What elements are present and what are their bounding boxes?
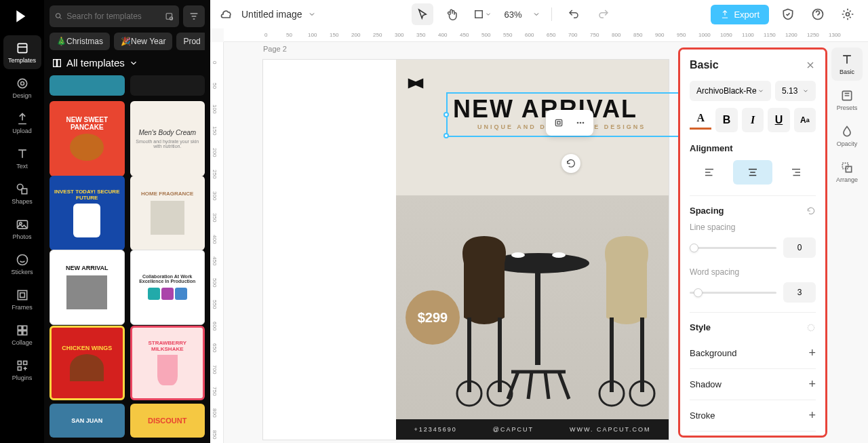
filter-button[interactable] [183,5,205,27]
image-search-icon[interactable] [165,11,174,22]
svg-rect-40 [557,121,560,124]
nav-photos[interactable]: Photos [3,212,41,246]
svg-rect-5 [22,189,26,194]
capcut-logo[interactable] [406,73,426,94]
search-input[interactable] [66,12,161,21]
align-left-button[interactable] [690,160,729,185]
nav-frames[interactable]: Frames [3,282,41,316]
text-color-button[interactable]: A [690,108,711,130]
nav-label: Collage [12,339,33,346]
template-thumb[interactable]: HOME FRAGRANCE [130,176,205,251]
search-box[interactable] [50,5,179,27]
close-icon [805,60,816,71]
chip-christmas[interactable]: 🎄Christmas [50,33,110,50]
stroke-section[interactable]: Stroke + [690,402,816,429]
tab-presets[interactable]: Presets [831,83,863,117]
nav-label: Upload [12,128,32,134]
undo-button[interactable] [563,3,585,25]
reset-icon[interactable] [806,206,816,216]
align-center-button[interactable] [733,160,772,185]
category-header[interactable]: All templates [50,57,205,69]
templates-icon [15,41,30,56]
resize-handle-left[interactable] [443,112,449,117]
line-spacing-label: Line spacing [690,223,816,232]
template-thumb[interactable] [50,75,125,96]
search-icon [55,12,62,21]
svg-rect-23 [58,59,61,66]
chip-newyear[interactable]: 🎉New Year [114,33,172,50]
template-thumb[interactable]: SAN JUAN [50,404,125,438]
canvas-footer[interactable]: +12345690 @CAPCUT WWW. CAPCUT.COM [396,419,669,440]
template-thumb[interactable]: NEW SWEET PANCAKE [50,101,125,176]
settings-button[interactable] [837,3,859,25]
template-thumb[interactable]: STRAWBERRY MILKSHAKE [130,326,205,401]
edit-group-button[interactable] [549,113,569,133]
template-thumb[interactable]: DISCOUNT [130,404,205,438]
template-thumb[interactable]: NEW ARRIVAL [50,250,125,325]
font-family-select[interactable]: ArchivoBlack-Re [690,81,771,101]
template-thumb[interactable] [130,75,205,96]
font-size-select[interactable]: 5.13 [775,81,816,101]
word-spacing-label: Word spacing [690,267,816,277]
canvas-page[interactable]: NEW ARRIVAL UNIQUE AND DISTINCTIVE DESIG… [263,60,669,440]
reset-icon[interactable] [806,323,816,332]
export-icon [720,9,730,19]
nav-text[interactable]: Text [3,141,41,175]
nav-upload[interactable]: Upload [3,106,41,140]
background-section[interactable]: Background + [690,339,816,367]
chip-prod[interactable]: Prod [176,33,205,50]
resize-handle-left-2[interactable] [443,133,449,138]
arrange-icon [840,161,854,174]
template-thumb[interactable]: Men's Body CreamSmooth and hydrate your … [130,101,205,176]
nav-collage[interactable]: Collage [3,317,41,351]
italic-button[interactable]: I [742,108,764,132]
text-case-button[interactable]: Aa [794,108,816,132]
presets-icon [840,89,854,102]
svg-rect-39 [555,119,561,126]
align-right-button[interactable] [776,160,816,185]
ruler-vertical: 0501001502002503003504004505005506006507… [210,42,224,443]
app-logo[interactable] [12,5,33,27]
glow-section[interactable]: Glow + [690,433,816,438]
nav-stickers[interactable]: Stickers [3,247,41,281]
svg-rect-17 [18,367,21,370]
export-button[interactable]: Export [711,5,769,24]
close-panel-button[interactable] [805,60,816,71]
svg-point-43 [583,122,585,124]
chevron-down-icon [485,11,492,18]
chevron-down-icon [757,88,764,94]
svg-rect-11 [18,326,22,330]
cursor-tool[interactable] [412,3,433,25]
more-button[interactable] [570,113,591,133]
shadow-section[interactable]: Shadow + [690,370,816,398]
template-thumb[interactable]: INVEST TODAY! SECURE FUTURE [50,176,125,251]
chevron-down-icon[interactable] [532,10,540,18]
price-badge[interactable]: $299 [406,290,460,345]
line-spacing-value[interactable]: 0 [783,237,816,258]
tab-arrange[interactable]: Arrange [831,155,863,189]
template-thumb[interactable]: CHICKEN WINGS [50,326,125,401]
hand-tool[interactable] [441,3,463,25]
crop-tool[interactable] [471,3,493,25]
word-spacing-value[interactable]: 3 [783,282,816,303]
shield-button[interactable] [777,3,799,25]
zoom-level[interactable]: 63% [501,9,524,20]
word-spacing-slider[interactable] [690,292,776,294]
nav-shapes[interactable]: Shapes [3,176,41,210]
nav-plugins[interactable]: Plugins [3,353,41,387]
nav-label: Design [12,92,31,99]
nav-design[interactable]: Design [3,71,41,104]
line-spacing-slider[interactable] [690,247,776,249]
tab-opacity[interactable]: Opacity [831,119,863,153]
nav-templates[interactable]: Templates [3,35,41,69]
bold-button[interactable]: B [715,108,737,132]
underline-button[interactable]: U [768,108,789,132]
tab-basic[interactable]: Basic [831,47,863,81]
redo-button[interactable] [593,3,614,25]
help-button[interactable] [807,3,829,25]
shapes-icon [15,182,30,197]
template-thumb[interactable]: Collaboration At Work Excellence In Prod… [130,250,205,325]
document-title[interactable]: Untitled image [241,9,316,20]
rotate-handle[interactable] [561,154,580,173]
cloud-icon[interactable] [220,7,233,21]
